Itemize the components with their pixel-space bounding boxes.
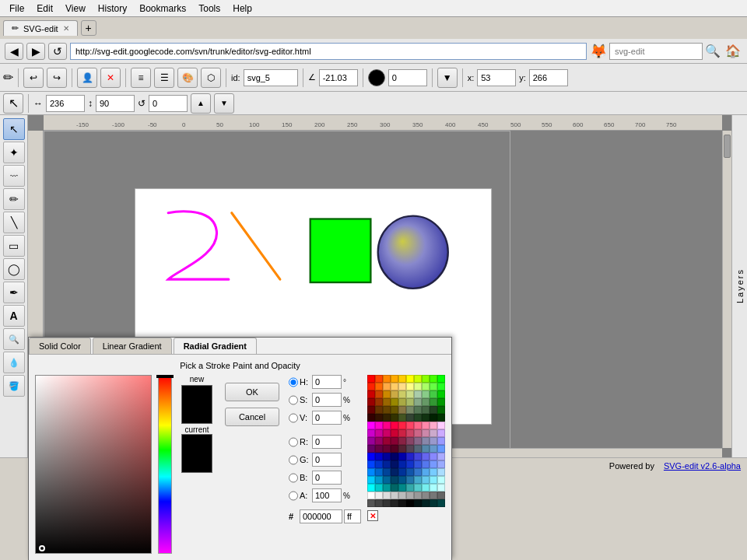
color-swatch[interactable] [375,422,383,429]
reload-button[interactable]: ↺ [48,43,67,60]
a-radio[interactable] [289,491,298,501]
back-button[interactable]: ◀ [5,43,23,60]
rotate-input[interactable] [149,95,188,112]
opacity-input[interactable] [388,69,427,86]
x-input[interactable] [477,69,516,86]
color-swatch[interactable] [422,383,430,390]
color-swatch[interactable] [422,390,430,398]
color-swatch[interactable] [367,390,375,398]
color-swatch[interactable] [430,429,437,437]
color-swatch[interactable] [437,375,445,383]
r-input[interactable] [312,435,342,449]
color-swatch[interactable] [367,414,375,422]
color-swatch[interactable] [398,453,406,460]
b-radio[interactable] [289,473,298,483]
align-button[interactable]: ≡ [131,68,151,88]
color-swatch[interactable] [406,476,414,484]
color-swatch[interactable] [375,383,383,390]
status-link[interactable]: SVG-edit v2.6-alpha [664,461,741,471]
color-swatch[interactable] [414,437,422,445]
color-swatch[interactable] [391,437,398,445]
color-swatch[interactable] [406,484,414,492]
select-elements-button[interactable]: 👤 [77,68,97,88]
color-swatch[interactable] [383,429,391,437]
color-swatch[interactable] [391,422,398,429]
color-swatch[interactable] [430,453,437,460]
color-swatch[interactable] [367,406,375,414]
color-swatch[interactable] [430,437,437,445]
color-swatch[interactable] [391,383,398,390]
color-swatch[interactable] [430,390,437,398]
color-swatch[interactable] [375,484,383,492]
b-input[interactable] [312,471,342,485]
y-input[interactable] [529,69,568,86]
color-swatch[interactable] [398,414,406,422]
color-swatch[interactable] [391,414,398,422]
color-swatch[interactable] [430,484,437,492]
fill-color-preview[interactable] [368,69,385,86]
tool-pencil[interactable]: ✏ [3,188,25,210]
color-swatch[interactable] [367,383,375,390]
color-swatch[interactable] [437,437,445,445]
color-swatch[interactable] [422,453,430,460]
color-swatch[interactable] [391,453,398,460]
color-swatch[interactable] [398,492,406,499]
color-swatch[interactable] [375,492,383,499]
color-swatch[interactable] [391,406,398,414]
color-swatch[interactable] [383,383,391,390]
color-swatch[interactable] [437,414,445,422]
undo-button[interactable]: ↩ [23,68,44,88]
tool-node-edit[interactable]: ✦ [3,142,25,163]
color-swatch[interactable] [367,468,375,476]
color-swatch[interactable] [391,476,398,484]
v-input[interactable] [312,411,342,425]
more-options-button[interactable]: ▼ [437,68,458,88]
menu-file[interactable]: File [3,2,30,16]
color-swatch[interactable] [398,460,406,468]
color-swatch[interactable] [375,375,383,383]
color-swatch[interactable] [422,375,430,383]
color-swatch[interactable] [406,437,414,445]
color-swatch[interactable] [375,460,383,468]
color-swatch[interactable] [398,406,406,414]
angle-input[interactable] [319,69,358,86]
color-swatch[interactable] [367,375,375,383]
color-swatch[interactable] [422,476,430,484]
color-swatch[interactable] [367,429,375,437]
color-swatch[interactable] [430,383,437,390]
menu-view[interactable]: View [59,2,92,16]
menu-edit[interactable]: Edit [30,2,59,16]
layers-label[interactable]: Layers [734,262,746,310]
menu-history[interactable]: History [92,2,133,16]
color-swatch[interactable] [398,383,406,390]
color-swatch[interactable] [414,398,422,406]
color-swatch[interactable] [375,429,383,437]
color-swatch[interactable] [383,492,391,499]
color-swatch[interactable] [398,468,406,476]
color-swatch[interactable] [422,422,430,429]
color-swatch[interactable] [398,375,406,383]
color-swatch[interactable] [422,429,430,437]
color-swatch[interactable] [391,468,398,476]
color-swatch[interactable] [391,390,398,398]
color-swatch[interactable] [414,375,422,383]
hex-suffix-input[interactable] [344,509,361,523]
color-swatch[interactable] [367,437,375,445]
tool-zoom[interactable]: 🔍 [3,328,25,350]
wireframe-button[interactable]: ⬡ [201,68,221,88]
color-swatch[interactable] [398,390,406,398]
color-swatch[interactable] [422,445,430,453]
color-swatch[interactable] [430,375,437,383]
color-swatch[interactable] [422,484,430,492]
color-swatch[interactable] [367,422,375,429]
color-swatch[interactable] [414,383,422,390]
color-swatch[interactable] [437,390,445,398]
search-icon[interactable]: 🔍 [705,44,721,58]
r-radio[interactable] [289,437,298,447]
vertical-scrollbar[interactable] [722,131,731,448]
tool-line[interactable]: ╲ [3,212,25,233]
new-tab-button[interactable]: + [81,20,96,36]
color-swatch[interactable] [414,422,422,429]
color-swatch[interactable] [383,484,391,492]
color-swatch[interactable] [391,492,398,499]
